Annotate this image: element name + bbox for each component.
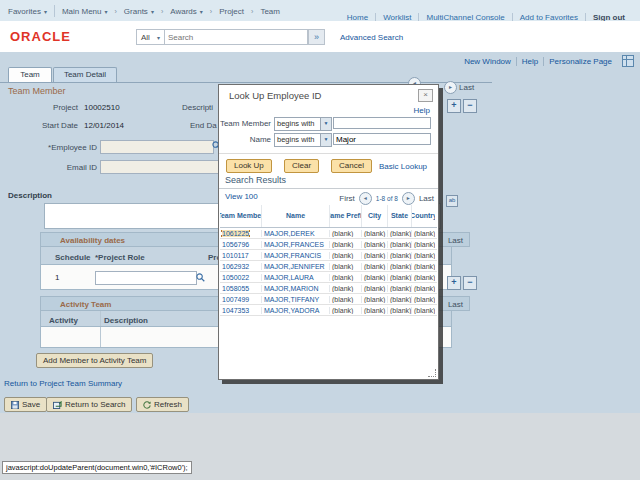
result-employee-id-link[interactable]: 1061225 [222,230,249,237]
result-name-prefix[interactable]: (blank) [330,296,362,303]
personalize-page-link[interactable]: Personalize Page [543,57,617,66]
availability-remove-row-button[interactable]: − [463,276,477,290]
result-employee-id-link[interactable]: 1007499 [222,296,249,303]
result-employee-id-link[interactable]: 1050022 [222,274,249,281]
result-country[interactable]: (blank) [412,285,435,292]
result-name-link[interactable]: MAJOR,DEREK [262,230,330,237]
project-role-input[interactable] [95,271,197,285]
result-city[interactable]: (blank) [362,241,388,248]
grid-layout-icon[interactable] [622,55,634,67]
new-window-link[interactable]: New Window [459,57,516,66]
tab-team-detail[interactable]: Team Detail [53,67,117,83]
result-city[interactable]: (blank) [362,307,388,314]
team-member-search-input[interactable] [333,117,431,129]
email-id-input[interactable] [100,160,231,174]
close-icon[interactable]: × [418,89,433,102]
advanced-search-link[interactable]: Advanced Search [340,33,403,42]
return-to-project-team-summary-link[interactable]: Return to Project Team Summary [4,379,122,388]
result-state[interactable]: (blank) [388,241,412,248]
breadcrumb-item-awards[interactable]: Awards [170,7,203,16]
result-row[interactable]: 1047353 MAJOR,YADORA (blank) (blank) (bl… [220,305,437,316]
basic-lookup-link[interactable]: Basic Lookup [379,162,427,171]
result-name-link[interactable]: MAJOR,MARION [262,285,330,292]
result-name-prefix[interactable]: (blank) [330,241,362,248]
dialog-help-link[interactable]: Help [414,106,430,115]
breadcrumb-item-project[interactable]: Project [219,7,244,16]
next-row-icon[interactable]: ▸ [444,81,457,94]
result-city[interactable]: (blank) [362,252,388,259]
look-up-button[interactable]: Look Up [226,159,272,173]
team-member-operator-select[interactable]: begins with▼ [274,117,332,131]
search-go-button[interactable]: » [308,29,325,45]
save-button[interactable]: Save [4,397,47,412]
activity-last-link[interactable]: Last [448,300,463,309]
result-country[interactable]: (blank) [412,252,435,259]
result-employee-id-link[interactable]: 1047353 [222,307,249,314]
remove-row-button[interactable]: − [463,99,477,113]
result-employee-id-link[interactable]: 1010117 [222,252,249,259]
result-state[interactable]: (blank) [388,274,412,281]
result-state[interactable]: (blank) [388,230,412,237]
clear-button[interactable]: Clear [284,159,319,173]
breadcrumb-item-grants[interactable]: Grants [124,7,154,16]
tab-team[interactable]: Team [8,67,52,83]
result-name-prefix[interactable]: (blank) [330,285,362,292]
result-country[interactable]: (blank) [412,274,435,281]
result-name-link[interactable]: MAJOR,TIFFANY [262,296,330,303]
availability-last-link[interactable]: Last [448,236,463,245]
breadcrumb-item-team[interactable]: Team [260,7,280,16]
last-link[interactable]: Last [419,194,434,203]
view-100-link[interactable]: View 100 [225,192,258,201]
previous-page-icon[interactable]: ◂ [359,192,372,205]
add-row-button[interactable]: + [447,99,461,113]
help-link[interactable]: Help [516,57,543,66]
result-row[interactable]: 1007499 MAJOR,TIFFANY (blank) (blank) (b… [220,294,437,305]
result-name-prefix[interactable]: (blank) [330,252,362,259]
return-to-search-button[interactable]: Return to Search [46,397,132,412]
result-employee-id-link[interactable]: 1058055 [222,285,249,292]
spell-check-icon[interactable]: ab [446,195,458,207]
result-employee-id-link[interactable]: 1062932 [222,263,249,270]
availability-add-row-button[interactable]: + [447,276,461,290]
first-link[interactable]: First [339,194,355,203]
search-scope-select[interactable]: All [136,29,165,45]
result-country[interactable]: (blank) [412,263,435,270]
result-city[interactable]: (blank) [362,296,388,303]
result-city[interactable]: (blank) [362,230,388,237]
result-city[interactable]: (blank) [362,274,388,281]
result-state[interactable]: (blank) [388,252,412,259]
favorites-menu[interactable]: Favorites [8,7,47,16]
result-row[interactable]: 1050022 MAJOR,LAURA (blank) (blank) (bla… [220,272,437,283]
result-row[interactable]: 1056796 MAJOR,FRANCES (blank) (blank) (b… [220,239,437,250]
result-name-prefix[interactable]: (blank) [330,263,362,270]
result-state[interactable]: (blank) [388,285,412,292]
result-country[interactable]: (blank) [412,296,435,303]
result-city[interactable]: (blank) [362,263,388,270]
result-name-link[interactable]: MAJOR,LAURA [262,274,330,281]
resize-handle-icon[interactable] [428,369,436,377]
cancel-button[interactable]: Cancel [331,159,372,173]
result-country[interactable]: (blank) [412,230,435,237]
result-name-prefix[interactable]: (blank) [330,230,362,237]
result-row[interactable]: 1058055 MAJOR,MARION (blank) (blank) (bl… [220,283,437,294]
result-row[interactable]: 1061225 MAJOR,DEREK (blank) (blank) (bla… [220,228,437,239]
result-row[interactable]: 1062932 MAJOR,JENNIFER (blank) (blank) (… [220,261,437,272]
name-operator-select[interactable]: begins with▼ [274,133,332,147]
result-state[interactable]: (blank) [388,263,412,270]
result-state[interactable]: (blank) [388,296,412,303]
result-country[interactable]: (blank) [412,241,435,248]
result-name-link[interactable]: MAJOR,YADORA [262,307,330,314]
last-row-link[interactable]: Last [459,83,474,92]
next-page-icon[interactable]: ▸ [402,192,415,205]
result-city[interactable]: (blank) [362,285,388,292]
result-name-link[interactable]: MAJOR,FRANCES [262,241,330,248]
result-name-prefix[interactable]: (blank) [330,307,362,314]
breadcrumb-item-main-menu[interactable]: Main Menu [62,7,108,16]
result-row[interactable]: 1010117 MAJOR,FRANCIS (blank) (blank) (b… [220,250,437,261]
result-state[interactable]: (blank) [388,307,412,314]
search-input[interactable] [165,29,308,45]
result-name-link[interactable]: MAJOR,FRANCIS [262,252,330,259]
result-employee-id-link[interactable]: 1056796 [222,241,249,248]
result-country[interactable]: (blank) [412,307,435,314]
add-member-button[interactable]: Add Member to Activity Team [36,353,153,368]
